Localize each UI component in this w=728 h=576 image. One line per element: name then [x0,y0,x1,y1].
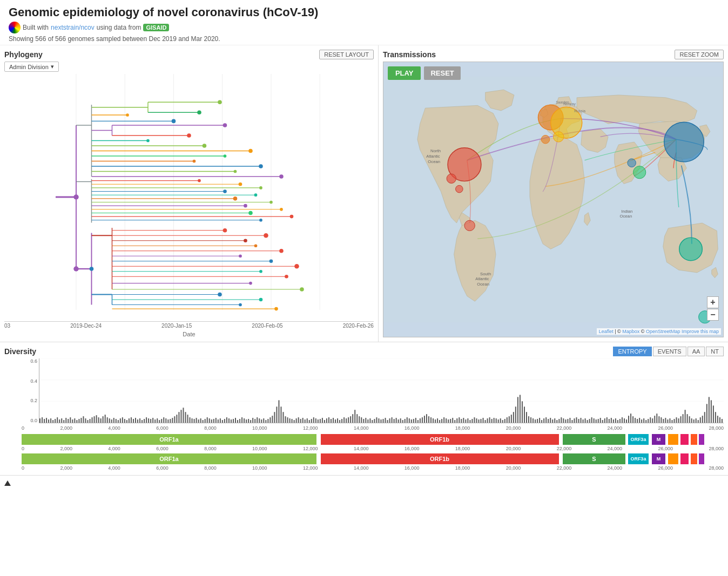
svg-rect-302 [396,418,397,423]
svg-rect-426 [665,418,666,423]
svg-rect-243 [267,419,268,423]
main-panels: Phylogeny RESET LAYOUT Admin Division ▾ [0,45,728,342]
entropy-button[interactable]: ENTROPY [613,347,651,356]
svg-rect-233 [246,419,247,423]
svg-point-74 [223,228,227,233]
svg-point-62 [280,208,283,211]
svg-rect-282 [352,414,353,423]
reset-button[interactable]: RESET [424,66,460,80]
gene-orf1a-1: ORF1a [22,434,316,445]
svg-rect-204 [183,408,184,423]
svg-rect-318 [430,417,432,423]
zoom-in-button[interactable]: + [707,296,719,308]
svg-rect-327 [450,419,451,423]
svg-text:Atlantic: Atlantic [475,276,489,281]
world-map[interactable]: North Atlantic Ocean South Atlantic Ocea… [383,62,724,337]
svg-rect-378 [561,417,562,423]
svg-rect-179 [129,418,130,423]
svg-rect-226 [231,419,232,423]
svg-rect-376 [556,420,557,423]
svg-rect-355 [511,415,512,423]
svg-rect-189 [150,419,151,423]
svg-rect-183 [137,419,138,423]
svg-rect-160 [87,420,88,423]
svg-rect-326 [448,419,449,423]
gene-s-1: S [562,434,625,445]
svg-rect-304 [400,418,401,423]
play-button[interactable]: PLAY [388,66,421,80]
svg-rect-441 [698,420,699,423]
svg-rect-257 [298,417,299,423]
nt-button[interactable]: NT [706,347,724,356]
phylogeny-tree[interactable] [4,74,374,320]
svg-rect-174 [118,420,119,423]
svg-rect-268 [322,418,323,423]
svg-rect-234 [248,419,249,423]
svg-rect-144 [52,420,53,423]
improve-map-link[interactable]: Improve this map [682,329,719,334]
svg-rect-165 [98,417,99,423]
svg-rect-219 [215,418,217,423]
nextstrain-link[interactable]: nextstrain/ncov [51,24,95,31]
svg-rect-408 [626,419,627,423]
reset-layout-button[interactable]: RESET LAYOUT [319,50,374,59]
svg-rect-436 [687,414,688,423]
svg-rect-359 [520,395,521,423]
svg-rect-412 [635,418,636,423]
leaflet-link[interactable]: Leaflet [599,329,614,334]
osm-link[interactable]: OpenStreetMap [646,329,680,334]
svg-rect-249 [280,406,281,423]
svg-point-60 [244,204,247,208]
svg-rect-389 [585,418,586,423]
svg-rect-320 [435,419,436,423]
svg-rect-410 [630,414,631,423]
svg-point-106 [274,307,278,311]
svg-rect-402 [613,419,614,423]
genome-info: Showing 566 of 566 genomes sampled betwe… [9,35,719,43]
track1-x-axis: 0 2,000 4,000 6,000 8,000 10,000 12,000 … [22,446,724,451]
svg-rect-429 [671,420,672,423]
svg-rect-285 [359,416,360,423]
svg-point-92 [285,275,288,279]
svg-rect-345 [489,417,490,423]
aa-button[interactable]: AA [687,347,705,356]
svg-text:Atlantic: Atlantic [426,154,440,159]
svg-point-24 [223,123,227,127]
svg-rect-388 [583,419,584,423]
svg-rect-186 [144,419,145,423]
svg-rect-369 [541,420,542,423]
svg-rect-181 [133,419,134,423]
svg-rect-342 [483,418,484,423]
svg-rect-237 [254,419,255,423]
svg-rect-367 [537,419,538,423]
y-axis-labels: 0.6 0.4 0.2 0.0 [22,358,39,423]
svg-rect-271 [328,417,329,423]
svg-rect-283 [354,410,355,423]
svg-rect-399 [606,417,608,423]
x-axis-label: Date [4,331,374,337]
svg-rect-449 [715,412,716,423]
gene-orf3a-2: ORF3a [628,453,649,464]
svg-rect-292 [374,419,375,423]
svg-rect-182 [135,418,136,423]
svg-rect-298 [387,420,388,423]
svg-point-121 [633,166,646,179]
events-button[interactable]: EVENTS [653,347,686,356]
svg-rect-432 [678,418,679,423]
mapbox-link[interactable]: Mapbox [622,329,639,334]
svg-rect-266 [318,419,319,423]
svg-rect-444 [704,412,705,423]
svg-point-50 [259,186,262,189]
svg-rect-319 [433,418,434,423]
svg-rect-447 [711,400,712,423]
admin-division-dropdown[interactable]: Admin Division ▾ [4,62,59,72]
svg-rect-276 [339,420,340,423]
svg-rect-169 [107,417,108,423]
svg-rect-293 [376,417,377,423]
reset-zoom-button[interactable]: RESET ZOOM [675,50,724,59]
svg-rect-146 [57,417,58,423]
svg-rect-349 [498,419,499,423]
built-with-prefix: Built with [23,24,49,31]
svg-rect-390 [587,420,588,423]
zoom-out-button[interactable]: − [707,309,719,321]
